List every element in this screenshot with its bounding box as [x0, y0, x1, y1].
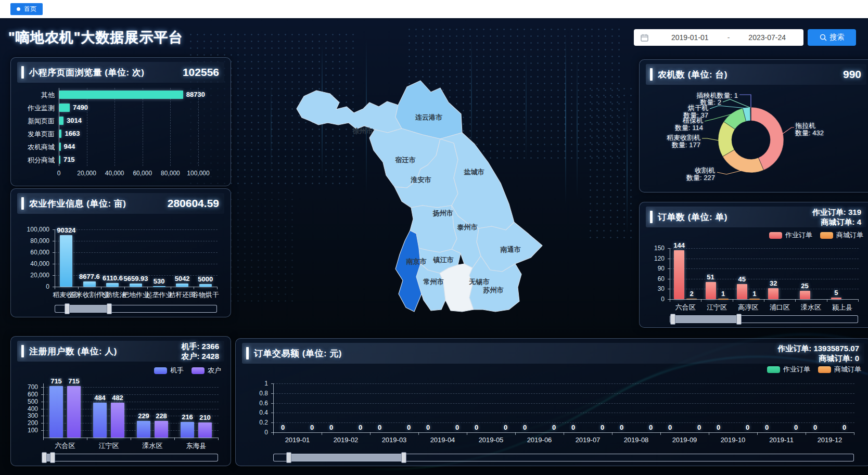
legend-item[interactable]: 商城订单: [818, 365, 861, 374]
value-label: 0: [765, 423, 769, 431]
bar: [198, 422, 212, 438]
axis-tick: [322, 432, 322, 435]
y-axis-tick-label: 0.4: [242, 409, 268, 416]
datazoom-handle-left[interactable]: [65, 303, 70, 314]
value-label: 0: [426, 423, 430, 431]
farmwork-chart: 100,00080,00060,00040,00020,0000稻麦收割9032…: [17, 214, 224, 313]
datazoom-slider[interactable]: [43, 454, 218, 461]
datazoom-handle-right[interactable]: [50, 452, 55, 463]
bar: [59, 130, 61, 138]
date-start-value[interactable]: 2019-01-01: [654, 33, 726, 42]
value-label: 0: [813, 423, 817, 431]
date-range-picker[interactable]: 2019-01-01 - 2023-07-24: [634, 29, 803, 46]
bar: [111, 403, 124, 438]
y-axis-tick-label: 500: [17, 398, 38, 405]
legend-item[interactable]: 机手: [154, 366, 184, 375]
search-button[interactable]: 搜索: [808, 29, 856, 46]
date-separator: -: [726, 33, 731, 42]
tab-home[interactable]: 首页: [10, 3, 43, 15]
y-axis-tick-label: 100: [17, 427, 38, 434]
value-label: 482: [112, 394, 123, 402]
value-label: 1663: [65, 130, 80, 137]
gridline: [274, 413, 854, 413]
page-title: "嘀地农机"大数据展示平台: [8, 28, 183, 47]
category-label: 2019-05: [479, 436, 504, 444]
datazoom-handle-right[interactable]: [107, 303, 112, 314]
datazoom-handle-left[interactable]: [42, 452, 47, 463]
bar: [93, 403, 107, 438]
datazoom-range[interactable]: [288, 454, 404, 461]
date-end-value[interactable]: 2023-07-24: [731, 33, 803, 42]
datazoom-handle-left[interactable]: [670, 314, 675, 325]
chart-legend: 机手农户: [146, 366, 221, 375]
orders-chart: 1501209060300六合区1442江宁区511高淳区451浦口区32溧水区…: [646, 227, 866, 323]
y-axis-tick-label: 300: [17, 412, 38, 419]
value-label: 144: [673, 241, 685, 249]
value-label: 944: [64, 143, 75, 150]
datazoom-slider[interactable]: [670, 315, 858, 323]
value-label: 0: [668, 423, 672, 431]
legend-swatch: [767, 366, 780, 373]
axis-tick: [101, 287, 101, 289]
category-label: 2019-03: [382, 436, 407, 444]
legend-item[interactable]: 农户: [192, 366, 221, 375]
value-label: 6110.6: [103, 274, 123, 282]
map-city-label: 苏州市: [483, 286, 504, 294]
map-city-label: 扬州市: [432, 209, 453, 217]
axis-tick: [418, 432, 419, 435]
datazoom-handle-left[interactable]: [286, 452, 291, 463]
gridline: [670, 268, 859, 269]
map-region-xuzhou[interactable]: [297, 91, 402, 133]
axis-tick: [515, 432, 516, 435]
value-label: 0: [310, 423, 314, 431]
glow-line-decoration: [271, 80, 272, 174]
axis-tick: [709, 432, 709, 435]
datazoom-range[interactable]: [44, 454, 53, 461]
panel-revenue-totals: 作业订单: 13935875.07商城订单: 0: [777, 343, 859, 364]
bar: [181, 422, 194, 438]
legend-item[interactable]: 作业订单: [769, 230, 812, 240]
value-label: 216: [182, 413, 193, 421]
value-label: 0: [523, 423, 527, 431]
category-label: 作业监测: [17, 104, 55, 113]
y-axis-line: [43, 383, 44, 438]
datazoom-range[interactable]: [67, 305, 110, 312]
province-map: 徐州市连云港市宿迁市淮安市盐城市扬州市泰州市南通市镇江市南京市常州市无锡市苏州市: [286, 76, 546, 316]
bar: [737, 284, 747, 299]
header-accent-bar: [21, 345, 24, 357]
bar: [83, 281, 96, 287]
datazoom-range[interactable]: [672, 316, 740, 323]
value-label: 0: [455, 423, 459, 431]
category-label: 2019-01: [285, 436, 310, 444]
value-label: 25: [801, 282, 808, 290]
datazoom-slider[interactable]: [55, 305, 217, 313]
gridline: [274, 393, 854, 394]
value-label: 0: [649, 423, 653, 431]
map-region-nanjing[interactable]: [395, 230, 422, 312]
category-label: 六合区: [675, 303, 696, 312]
legend-item[interactable]: 商城订单: [820, 230, 863, 240]
header-accent-bar: [21, 197, 24, 210]
category-label: 2019-08: [624, 436, 649, 444]
bar: [768, 288, 778, 299]
panel-orders: 订单数 (单位: 单) 作业订单: 319商城订单: 4 15012090603…: [639, 202, 868, 328]
value-label: 0: [475, 423, 478, 431]
legend-item[interactable]: 作业订单: [767, 365, 810, 374]
gridline: [198, 88, 199, 166]
datazoom-slider[interactable]: [273, 454, 854, 461]
dashboard-stage: "嘀地农机"大数据展示平台 2019-01-01 - 2023-07-24 搜索: [0, 18, 868, 475]
category-label: 其他: [17, 91, 55, 100]
map-region-wuxi[interactable]: [440, 264, 474, 312]
value-label: 0: [329, 423, 333, 431]
axis-tick: [854, 432, 854, 435]
legend-swatch: [820, 232, 833, 239]
x-axis-line: [55, 287, 217, 287]
panel-revenue-header: 订单交易额 (单位: 元) 作业订单: 13935875.07商城订单: 0: [242, 343, 864, 364]
datazoom-handle-right[interactable]: [736, 314, 742, 325]
legend-swatch: [154, 367, 167, 374]
category-label: 江宁区: [99, 441, 119, 451]
panel-machines: 农机数 (单位: 台) 990 拖拉机数量: 432收割机数量: 227稻麦收割…: [639, 59, 868, 192]
category-label: 农机商城: [17, 143, 55, 152]
axis-tick: [370, 432, 371, 435]
datazoom-handle-right[interactable]: [401, 452, 406, 463]
